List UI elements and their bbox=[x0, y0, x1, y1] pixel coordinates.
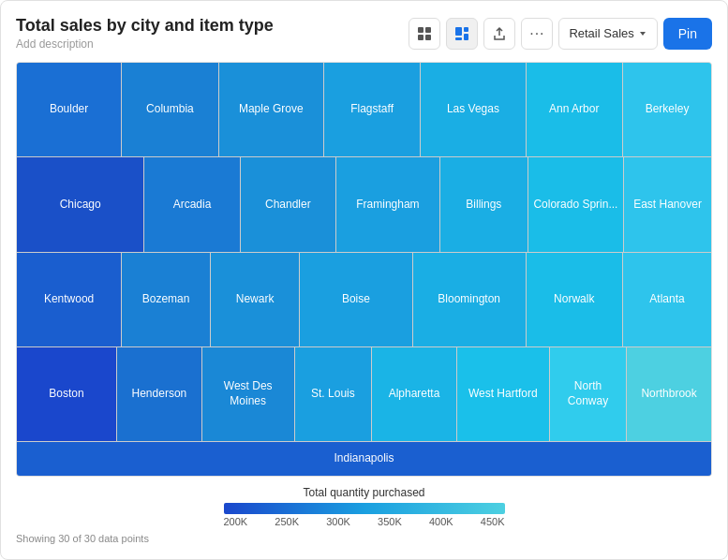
share-button[interactable] bbox=[483, 18, 515, 50]
table-view-button[interactable] bbox=[409, 18, 440, 50]
treemap-cell-framingham[interactable]: Framingham bbox=[336, 157, 439, 251]
treemap-cell-henderson[interactable]: Henderson bbox=[117, 347, 201, 441]
legend-label-350K: 350K bbox=[378, 516, 402, 527]
add-description[interactable]: Add description bbox=[16, 37, 274, 51]
treemap-cell-las-vegas[interactable]: Las Vegas bbox=[421, 63, 525, 156]
treemap-cell-boulder[interactable]: Boulder bbox=[17, 63, 121, 156]
main-container: Total sales by city and item type Add de… bbox=[0, 0, 728, 560]
more-options-button[interactable]: ··· bbox=[521, 18, 553, 50]
treemap-cell-flagstaff[interactable]: Flagstaff bbox=[324, 63, 421, 156]
treemap-row-3: BostonHendersonWest Des MoinesSt. LouisA… bbox=[17, 347, 711, 441]
chart-area: BoulderColumbiaMaple GroveFlagstaffLas V… bbox=[16, 62, 712, 527]
svg-rect-3 bbox=[425, 35, 431, 40]
treemap-cell-west-des-moines[interactable]: West Des Moines bbox=[202, 347, 294, 441]
treemap-cell-atlanta[interactable]: Atlanta bbox=[623, 253, 711, 346]
treemap-cell-northbrook[interactable]: Northbrook bbox=[627, 347, 711, 441]
legend-label-300K: 300K bbox=[326, 516, 350, 527]
treemap-cell-boise[interactable]: Boise bbox=[300, 253, 412, 346]
treemap-cell-chandler[interactable]: Chandler bbox=[241, 157, 335, 251]
legend-label-450K: 450K bbox=[481, 516, 505, 527]
svg-rect-6 bbox=[464, 34, 468, 40]
treemap: BoulderColumbiaMaple GroveFlagstaffLas V… bbox=[16, 62, 712, 477]
legend-area: Total quantity purchased 200K250K300K350… bbox=[16, 486, 712, 527]
toolbar: ··· Retail Sales Pin bbox=[409, 18, 712, 50]
treemap-cell-columbia[interactable]: Columbia bbox=[122, 63, 218, 156]
treemap-cell-bloomington[interactable]: Bloomington bbox=[413, 253, 526, 346]
treemap-cell-norwalk[interactable]: Norwalk bbox=[527, 253, 623, 346]
treemap-cell-berkeley[interactable]: Berkeley bbox=[623, 63, 711, 156]
treemap-cell-kentwood[interactable]: Kentwood bbox=[17, 253, 121, 346]
legend-title: Total quantity purchased bbox=[303, 486, 424, 499]
treemap-cell-arcadia[interactable]: Arcadia bbox=[144, 157, 239, 251]
treemap-cell-west-hartford[interactable]: West Hartford bbox=[457, 347, 549, 441]
legend-bar bbox=[224, 503, 505, 514]
page-title: Total sales by city and item type bbox=[16, 16, 274, 36]
svg-rect-4 bbox=[455, 27, 462, 36]
treemap-row-1: ChicagoArcadiaChandlerFraminghamBillings… bbox=[17, 157, 711, 251]
svg-rect-7 bbox=[455, 37, 462, 40]
treemap-cell-alpharetta[interactable]: Alpharetta bbox=[372, 347, 456, 441]
treemap-cell-boston[interactable]: Boston bbox=[17, 347, 116, 441]
svg-rect-0 bbox=[418, 27, 423, 33]
treemap-cell-newark[interactable]: Newark bbox=[211, 253, 299, 346]
footer-text: Showing 30 of 30 data points bbox=[16, 533, 712, 544]
svg-rect-5 bbox=[464, 27, 468, 32]
treemap-row-4: Indianapolis bbox=[17, 442, 711, 476]
treemap-cell-north-conway[interactable]: North Conway bbox=[550, 347, 627, 441]
legend-label-250K: 250K bbox=[275, 516, 299, 527]
treemap-cell-east-hanover[interactable]: East Hanover bbox=[624, 157, 711, 251]
legend-label-400K: 400K bbox=[429, 516, 453, 527]
treemap-cell-maple-grove[interactable]: Maple Grove bbox=[219, 63, 323, 156]
treemap-cell-colorado-sprin...[interactable]: Colorado Sprin... bbox=[528, 157, 623, 251]
pin-button[interactable]: Pin bbox=[663, 18, 712, 50]
header: Total sales by city and item type Add de… bbox=[16, 16, 712, 51]
treemap-cell-bozeman[interactable]: Bozeman bbox=[122, 253, 210, 346]
treemap-cell-indianapolis[interactable]: Indianapolis bbox=[17, 442, 711, 476]
treemap-cell-chicago[interactable]: Chicago bbox=[17, 157, 143, 251]
svg-rect-1 bbox=[425, 27, 431, 33]
treemap-row-0: BoulderColumbiaMaple GroveFlagstaffLas V… bbox=[17, 63, 711, 156]
legend-labels: 200K250K300K350K400K450K bbox=[224, 516, 505, 527]
treemap-cell-billings[interactable]: Billings bbox=[440, 157, 527, 251]
legend-bar-container bbox=[224, 503, 505, 514]
treemap-cell-st.-louis[interactable]: St. Louis bbox=[295, 347, 372, 441]
legend-label-200K: 200K bbox=[224, 516, 248, 527]
treemap-row-2: KentwoodBozemanNewarkBoiseBloomingtonNor… bbox=[17, 253, 711, 346]
treemap-cell-ann-arbor[interactable]: Ann Arbor bbox=[527, 63, 623, 156]
svg-rect-2 bbox=[418, 35, 423, 40]
retail-sales-dropdown[interactable]: Retail Sales bbox=[558, 18, 657, 50]
chart-view-button[interactable] bbox=[446, 18, 478, 50]
title-area: Total sales by city and item type Add de… bbox=[16, 16, 274, 51]
